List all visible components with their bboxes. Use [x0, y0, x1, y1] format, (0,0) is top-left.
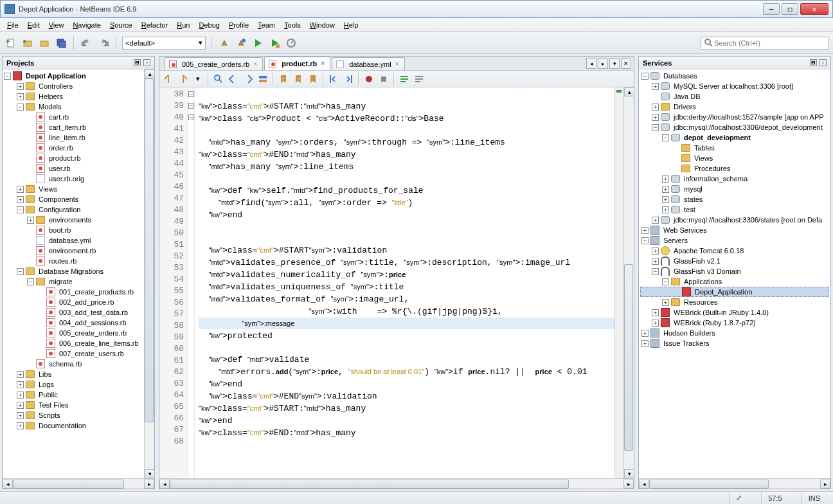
- scroll-up-icon[interactable]: ▴: [145, 69, 155, 78]
- svc-item[interactable]: +Issue Trackers: [640, 338, 829, 348]
- svc-item[interactable]: Depot_Application: [640, 287, 829, 297]
- svc-item[interactable]: +test: [640, 204, 829, 215]
- services-tree[interactable]: −Databases+MySQL Server at localhost:330…: [639, 69, 830, 478]
- tab-005_create_orders.rb[interactable]: 005_create_orders.rb×: [165, 57, 263, 70]
- tree-item[interactable]: boot.rb: [4, 225, 143, 235]
- svc-min-icon[interactable]: ⊟: [810, 59, 817, 66]
- prev-bm-icon[interactable]: [277, 73, 290, 86]
- tree-item[interactable]: 004_add_sessions.rb: [4, 318, 143, 328]
- tree-item[interactable]: +Scripts: [4, 410, 143, 420]
- tab-close-icon[interactable]: ×: [394, 61, 400, 68]
- tree-item[interactable]: line_item.rb: [4, 132, 143, 143]
- scroll-left-icon[interactable]: ◂: [3, 480, 13, 489]
- tree-item[interactable]: 002_add_price.rb: [4, 297, 143, 307]
- scroll-down-icon[interactable]: ▾: [145, 469, 155, 478]
- ed-scroll-right-icon[interactable]: ▸: [623, 480, 634, 489]
- svc-item[interactable]: +states: [640, 194, 829, 204]
- next-bm-icon[interactable]: [292, 73, 305, 86]
- tree-item[interactable]: routes.rb: [4, 256, 143, 266]
- svc-item[interactable]: −Databases: [640, 71, 829, 81]
- tree-item[interactable]: +Documentation: [4, 420, 143, 431]
- tab-database.yml[interactable]: database.yml×: [332, 57, 404, 70]
- svc-item[interactable]: −jdbc:mysql://localhost:3306/depot_devel…: [640, 122, 829, 132]
- uncomment-icon[interactable]: [413, 73, 425, 86]
- menu-help[interactable]: Help: [339, 19, 363, 31]
- tree-item[interactable]: order.rb: [4, 143, 143, 153]
- tree-item[interactable]: user.rb.orig: [4, 174, 143, 184]
- svc-item[interactable]: +GlassFish v2.1: [640, 256, 829, 266]
- tree-item[interactable]: +Components: [4, 194, 143, 204]
- menu-navigate[interactable]: Navigate: [68, 19, 105, 31]
- svc-item[interactable]: Java DB: [640, 91, 829, 102]
- tree-item[interactable]: user.rb: [4, 163, 143, 174]
- toggle-hl-icon[interactable]: [256, 73, 269, 86]
- search-box[interactable]: [701, 37, 829, 50]
- save-all-icon[interactable]: [54, 36, 68, 50]
- svc-item[interactable]: Views: [640, 153, 829, 163]
- shift-right-icon[interactable]: [342, 73, 355, 86]
- macro-rec-icon[interactable]: [363, 73, 375, 86]
- tree-item[interactable]: −Configuration: [4, 204, 143, 215]
- tree-item[interactable]: +Controllers: [4, 81, 143, 91]
- tree-item[interactable]: −Models: [4, 102, 143, 112]
- tab-nav-3[interactable]: ✕: [621, 59, 631, 69]
- svc-item[interactable]: +WEBrick (Ruby 1.8.7-p72): [640, 318, 829, 328]
- tree-item[interactable]: 001_create_products.rb: [4, 287, 143, 297]
- clean-build-icon[interactable]: [234, 36, 248, 50]
- panel-min-icon[interactable]: ⊟: [134, 59, 141, 66]
- tree-item[interactable]: +Views: [4, 184, 143, 194]
- menu-debug[interactable]: Debug: [194, 19, 224, 31]
- menu-run[interactable]: Run: [172, 19, 194, 31]
- minimize-button[interactable]: ─: [763, 3, 780, 15]
- svc-item[interactable]: +mysql: [640, 184, 829, 194]
- tree-item[interactable]: 003_add_test_data.rb: [4, 307, 143, 318]
- menu-team[interactable]: Team: [253, 19, 280, 31]
- redo-icon[interactable]: [96, 36, 111, 50]
- toggle-bm-icon[interactable]: [307, 73, 319, 86]
- tab-nav-1[interactable]: ▸: [598, 59, 608, 69]
- code-area[interactable]: "kw">class="cmt">#START:"mtd">has_many "…: [195, 87, 614, 478]
- history-back-icon[interactable]: [162, 73, 175, 86]
- tree-item[interactable]: cart_item.rb: [4, 122, 143, 132]
- tab-close-icon[interactable]: ×: [252, 61, 258, 68]
- open-project-icon[interactable]: [37, 36, 51, 50]
- svc-item[interactable]: −depot_development: [640, 132, 829, 143]
- comment-icon[interactable]: [398, 73, 411, 86]
- history-fwd-icon[interactable]: [177, 73, 190, 86]
- svc-item[interactable]: +Resources: [640, 297, 829, 307]
- ed-scroll-left-icon[interactable]: ◂: [159, 480, 170, 489]
- tree-item[interactable]: cart.rb: [4, 112, 143, 122]
- tree-item[interactable]: 006_create_line_items.rb: [4, 338, 143, 348]
- tree-item[interactable]: database.yml: [4, 235, 143, 246]
- project-root[interactable]: −Depot Application: [4, 71, 143, 81]
- status-resize-icon[interactable]: ⤢: [729, 492, 748, 504]
- tree-item[interactable]: +Libs: [4, 369, 143, 379]
- tree-item[interactable]: schema.rb: [4, 359, 143, 369]
- tree-item[interactable]: −migrate: [4, 276, 143, 287]
- menu-profile[interactable]: Profile: [224, 19, 253, 31]
- ed-scroll-down-icon[interactable]: ▾: [624, 469, 634, 478]
- svc-item[interactable]: +jdbc:derby://localhost:1527/sample [app…: [640, 112, 829, 122]
- projects-tree[interactable]: −Depot Application+Controllers+Helpers−M…: [3, 69, 144, 478]
- error-stripe[interactable]: [614, 87, 623, 478]
- find-next-icon[interactable]: [242, 73, 255, 86]
- menu-source[interactable]: Source: [105, 19, 137, 31]
- tree-item[interactable]: +Test Files: [4, 400, 143, 410]
- tab-close-icon[interactable]: ×: [319, 60, 326, 67]
- svc-pin-icon[interactable]: ▫: [820, 59, 827, 66]
- tab-product.rb[interactable]: product.rb×: [264, 57, 330, 70]
- tree-item[interactable]: −Database Migrations: [4, 266, 143, 276]
- config-combo[interactable]: <default>▾: [122, 37, 206, 50]
- svc-item[interactable]: −Servers: [640, 235, 829, 246]
- tree-item[interactable]: +Public: [4, 390, 143, 400]
- svc-item[interactable]: −GlassFish v3 Domain: [640, 266, 829, 276]
- svc-item[interactable]: +Drivers: [640, 102, 829, 112]
- maximize-button[interactable]: □: [782, 3, 798, 15]
- tree-item[interactable]: environment.rb: [4, 246, 143, 256]
- profile-icon[interactable]: [284, 36, 298, 50]
- svc-item[interactable]: +jdbc:mysql://localhost:3306/states [roo…: [640, 215, 829, 225]
- svc-item[interactable]: Procedures: [640, 163, 829, 174]
- svc-item[interactable]: +Web Services: [640, 225, 829, 235]
- menu-file[interactable]: File: [3, 19, 23, 31]
- insert-mode[interactable]: INS: [802, 492, 827, 504]
